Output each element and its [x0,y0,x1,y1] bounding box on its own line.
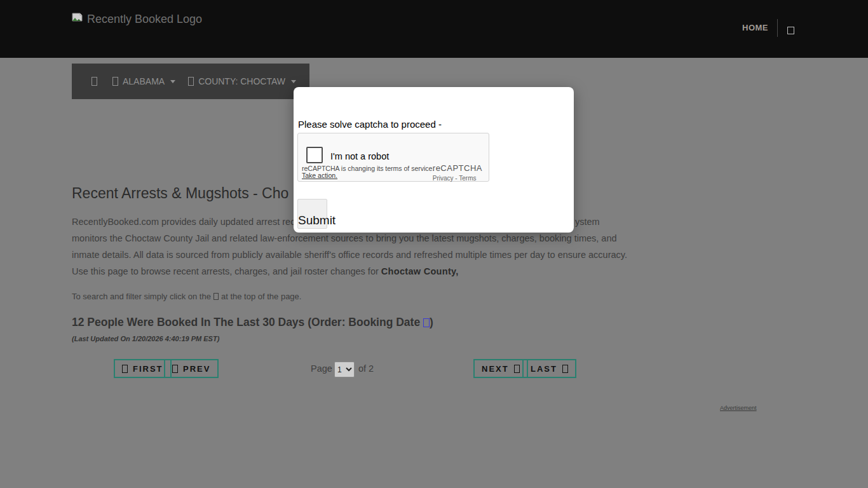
search-icon[interactable] [787,24,794,36]
home-link[interactable]: HOME [742,23,768,32]
state-dropdown[interactable]: ALABAMA [112,76,175,86]
logo-alt-text: Recently Booked Logo [87,13,202,26]
missing-glyph-icon [92,77,97,86]
intro-line-4-text: Use this page to browse recent arrests, … [72,266,381,276]
nav-home-icon-item[interactable] [92,77,97,86]
state-dropdown-label: ALABAMA [123,76,165,86]
missing-glyph-icon [188,77,194,86]
page-root: Recently Booked Logo HOME ALABAMA COUNTY… [0,0,868,488]
prev-page-label: PREV [183,364,210,374]
filter-note-before: To search and filter simply click on the [72,292,211,301]
broken-image-icon [72,13,83,26]
next-page-label: NEXT [482,364,509,374]
chevron-down-icon [170,80,175,83]
recaptcha-privacy-terms[interactable]: Privacy - Terms [433,175,482,182]
page-select[interactable]: 1 [334,362,355,377]
recaptcha-checkbox[interactable] [306,147,323,163]
site-logo[interactable]: Recently Booked Logo [72,13,202,26]
missing-glyph-icon [214,293,219,300]
missing-glyph-icon [112,77,118,86]
header-divider [777,19,778,37]
intro-line-1: RecentlyBooked.com provides daily update… [72,217,313,227]
recaptcha-take-action-link[interactable]: Take action. [302,172,337,179]
bookings-heading-close: ) [430,316,433,329]
chevron-down-icon [291,80,296,83]
page-count-label: of 2 [358,363,374,374]
missing-glyph-icon [787,27,794,34]
recaptcha-label: I'm not a robot [330,151,389,161]
page-label: Page [311,363,332,374]
missing-glyph-icon [172,365,178,373]
captcha-modal: Please solve captcha to proceed - I'm no… [294,87,574,233]
first-page-button[interactable]: FIRST [114,359,172,378]
filter-note: To search and filter simply click on the… [72,292,301,301]
page-title: Recent Arrests & Mugshots - Cho [72,185,288,202]
recaptcha-widget: I'm not a robot reCAPTCHA is changing it… [297,133,489,182]
county-dropdown-label: COUNTY: CHOCTAW [198,76,285,86]
recaptcha-brand: reCAPTCHA Privacy - Terms [433,163,482,182]
intro-county-bold: Choctaw County, [381,266,459,276]
captcha-caption: Please solve captcha to proceed - [298,119,442,130]
advertisement-link[interactable]: Advertisement [720,405,757,411]
missing-glyph-icon [514,365,520,373]
submit-button[interactable]: Submit [297,199,327,229]
first-page-label: FIRST [133,364,163,374]
intro-line-1-tail: ystem [575,217,600,227]
missing-glyph-icon [562,365,568,373]
last-page-button[interactable]: LAST [522,359,576,378]
filter-note-after: at the top of the page. [221,292,302,301]
missing-glyph-icon [122,365,128,373]
next-page-button[interactable]: NEXT [473,359,528,378]
last-page-label: LAST [531,364,557,374]
recaptcha-logo-text: reCAPTCHA [433,163,482,173]
bookings-heading-text: 12 People Were Booked In The Last 30 Day… [72,316,420,329]
intro-line-2: monitors the Choctaw County Jail and rel… [72,233,617,243]
prev-page-button[interactable]: PREV [164,359,219,378]
county-dropdown[interactable]: COUNTY: CHOCTAW [188,76,296,86]
recaptcha-tos: reCAPTCHA is changing its terms of servi… [302,165,434,179]
last-updated-text: (Last Updated On 1/20/2026 4:40:19 PM ES… [72,335,219,342]
intro-line-3: inmate details. All data is sourced from… [72,250,627,260]
bookings-heading: 12 People Were Booked In The Last 30 Day… [72,316,433,329]
filter-navbar: ALABAMA COUNTY: CHOCTAW [72,64,309,99]
intro-line-4: Use this page to browse recent arrests, … [72,266,459,276]
sort-link-missing-glyph-icon[interactable] [423,318,430,327]
site-header: Recently Booked Logo HOME [0,0,868,58]
